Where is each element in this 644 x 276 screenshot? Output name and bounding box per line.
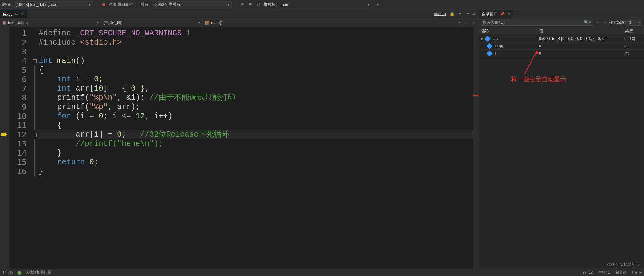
stack-label: 堆栈帧: xyxy=(264,2,277,7)
status-indent[interactable]: 制表符 xyxy=(615,270,626,275)
gear-icon[interactable]: ⚙ xyxy=(472,11,476,16)
col-type[interactable]: 类型 xyxy=(622,27,644,35)
process-combo[interactable]: [19048] text_debug.exe ▼ xyxy=(14,1,93,8)
issues-text[interactable]: 未找到相关问题 xyxy=(26,270,51,275)
watermark: CSDN @忆梦初心 xyxy=(607,262,640,267)
variable-icon xyxy=(486,43,493,49)
close-related-icon[interactable]: ✕ xyxy=(458,11,461,16)
tab-text-c[interactable]: text.c ⮀ ✕ xyxy=(0,10,27,18)
fold-gutter[interactable]: − − xyxy=(31,27,38,269)
autos-row[interactable]: ▶ arr 0x00d7fdd8 {0, 0, 0, 0, 0, 0, 0, 0… xyxy=(479,35,644,42)
nav-function[interactable]: main() ▾ xyxy=(203,18,463,27)
autos-row[interactable]: arr[i] 0 int xyxy=(479,42,644,50)
issues-icon[interactable]: ⬤ xyxy=(17,270,21,275)
breakpoint-margin[interactable] xyxy=(0,27,9,269)
search-icon: 🔍▾ xyxy=(584,20,591,25)
variable-icon xyxy=(486,50,493,56)
autos-row[interactable]: i 0 int xyxy=(479,50,644,57)
thread-label: 线程: xyxy=(141,2,150,7)
lock-icon[interactable]: 🔒 xyxy=(450,11,454,16)
autos-tabbar: 自动窗口 📌 ✕ xyxy=(479,9,644,18)
swap-icon[interactable]: ⇄ xyxy=(256,2,261,7)
status-eol[interactable]: CRLF xyxy=(632,270,642,275)
autos-search-input[interactable]: 搜索(Ctrl+E) 🔍▾ xyxy=(481,19,593,26)
thread-combo[interactable]: [20584] 主线程 ▼ xyxy=(152,1,232,8)
prev-result-button[interactable]: ← xyxy=(595,20,600,25)
debug-toolbar: 进程: [19048] text_debug.exe ▼ ◼ 生命周期事件 线程… xyxy=(0,0,644,9)
line-numbers: 123 456 789 101112 131415 16 xyxy=(9,27,31,269)
autos-rows: ▶ arr 0x00d7fdd8 {0, 0, 0, 0, 0, 0, 0, 0… xyxy=(479,35,644,57)
autos-toolbar: 搜索(Ctrl+E) 🔍▾ ← → 搜索深度: 3 ▾ xyxy=(479,18,644,27)
project-icon: ▣ xyxy=(2,20,6,25)
next-result-button[interactable]: → xyxy=(602,20,607,25)
chevron-down-icon: ▼ xyxy=(367,3,370,6)
lifecycle-label: 生命周期事件 xyxy=(109,2,133,7)
variable-icon xyxy=(485,36,491,42)
code-nav-bar: ▣ text_debug ▾ (全局范围) ▾ main() ▾ ↕ ＋ xyxy=(0,18,478,27)
close-icon[interactable]: ✕ xyxy=(21,12,24,16)
autos-title: 自动窗口 xyxy=(482,11,498,17)
chevron-down-icon: ▾ xyxy=(97,21,99,24)
pin-icon[interactable]: ⮀ xyxy=(15,12,18,16)
code-content[interactable]: #define _CRT_SECURE_NO_WARNINGS 1 #inclu… xyxy=(38,27,473,269)
lifecycle-icon[interactable]: ◼ xyxy=(101,2,107,7)
current-line-arrow-icon xyxy=(1,132,7,137)
chevron-down-icon: ▼ xyxy=(227,3,230,6)
overflow-icon[interactable]: ▾ xyxy=(375,2,381,7)
tab-autos[interactable]: 自动窗口 📌 ✕ xyxy=(479,10,513,18)
chevron-down-icon[interactable]: ▾ xyxy=(467,12,469,15)
depth-label: 搜索深度: xyxy=(609,20,626,25)
related-file-link[interactable]: stdio.h xyxy=(434,11,446,16)
close-icon[interactable]: ✕ xyxy=(507,12,510,16)
add-view-button[interactable]: ＋ xyxy=(469,18,478,27)
editor-tabbar: text.c ⮀ ✕ stdio.h 🔒 ✕ ▾ ⚙ xyxy=(0,9,478,18)
annotation-text: 将一些变量自动显示 xyxy=(511,75,566,84)
expand-icon[interactable]: ▶ xyxy=(481,37,484,40)
autos-panel: 自动窗口 📌 ✕ 搜索(Ctrl+E) 🔍▾ ← → 搜索深度: 3 ▾ 名称 … xyxy=(479,9,644,269)
flag-icon[interactable]: ⚑ xyxy=(240,2,245,7)
status-col[interactable]: 字符: 1 xyxy=(598,270,610,275)
split-editor-button[interactable]: ↕ xyxy=(463,18,470,27)
depth-combo[interactable]: 3 ▾ xyxy=(627,19,642,26)
stackframe-combo[interactable]: main ▼ xyxy=(279,1,371,8)
fold-toggle-icon[interactable]: − xyxy=(33,133,37,137)
zoom-level[interactable]: 165 % xyxy=(2,270,13,275)
chevron-down-icon: ▾ xyxy=(458,21,460,24)
nav-project[interactable]: ▣ text_debug ▾ xyxy=(0,18,101,27)
process-label: 进程: xyxy=(2,2,11,7)
fold-toggle-icon[interactable]: − xyxy=(33,59,37,63)
chevron-down-icon: ▾ xyxy=(639,21,641,24)
col-value[interactable]: 值 xyxy=(537,27,622,35)
col-name[interactable]: 名称 xyxy=(479,27,537,35)
search-placeholder: 搜索(Ctrl+E) xyxy=(483,20,505,25)
code-editor[interactable]: 123 456 789 101112 131415 16 − − #define… xyxy=(0,27,478,269)
method-icon xyxy=(205,21,209,25)
pin-icon[interactable]: 📌 xyxy=(500,12,505,16)
status-line[interactable]: 行: 12 xyxy=(583,270,593,275)
tab-label: text.c xyxy=(3,12,13,17)
autos-header-row[interactable]: 名称 值 类型 xyxy=(479,27,644,35)
chevron-down-icon: ▾ xyxy=(198,21,200,24)
flag-off-icon[interactable]: ⚑ xyxy=(248,2,253,7)
vertical-scrollbar[interactable] xyxy=(473,27,478,269)
nav-scope[interactable]: (全局范围) ▾ xyxy=(101,18,203,27)
status-bar: 165 % ⬤ 未找到相关问题 行: 12 字符: 1 制表符 CRLF xyxy=(0,269,644,276)
chevron-down-icon: ▼ xyxy=(88,3,91,6)
scrollbar-marker xyxy=(473,95,478,96)
